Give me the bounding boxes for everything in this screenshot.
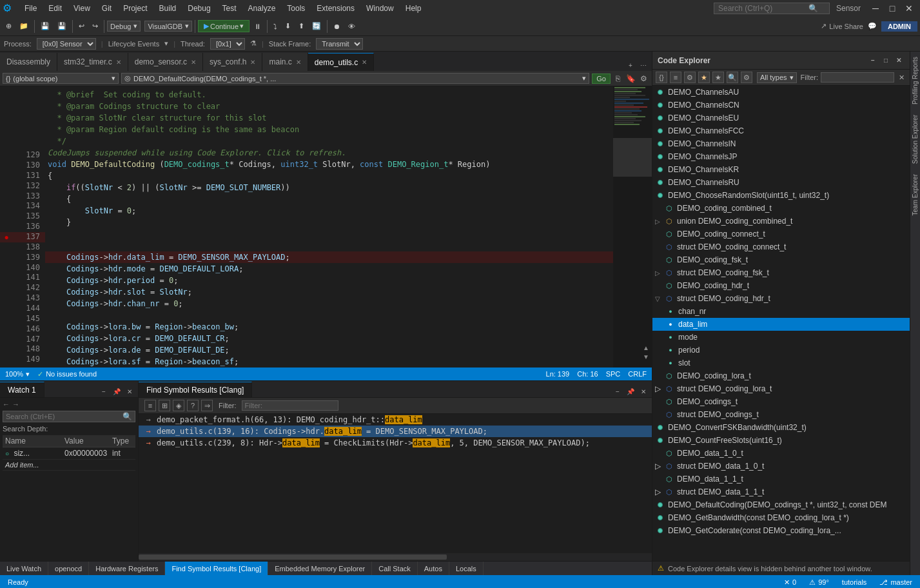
bookmark-button[interactable]: 🔖 [625,73,636,84]
nav-icon-2[interactable]: ⊞ [159,400,170,411]
restart-btn[interactable]: 🔄 [309,20,324,32]
redo-btn[interactable]: ↪ [89,20,101,32]
stack-frame-select[interactable]: Transmit [316,38,363,50]
tab-sys-conf-close[interactable]: ✕ [250,59,255,66]
find-result-2[interactable]: → demo_utils.c(239, 8): Hdr->data_lim = … [139,437,652,449]
feedback-btn[interactable]: 💬 [865,20,880,32]
tab-sys-conf[interactable]: sys_conf.h ✕ [203,53,262,71]
col-type[interactable]: Type [110,435,135,447]
ce-item-15[interactable]: ⬡ DEMO_coding_hdr_t [652,279,910,292]
ce-item-20[interactable]: ● period [652,344,910,357]
watch-back-btn[interactable]: ← [3,400,10,408]
ce-item-23[interactable]: ▷ ⬡ struct DEMO_coding_lora_t [652,382,910,395]
tutorials-btn[interactable]: tutorials [839,578,870,586]
bottom-tab-locals[interactable]: Locals [449,562,484,576]
close-button[interactable]: ✕ [901,0,917,17]
ce-filter-input-container[interactable] [821,72,894,83]
menu-file[interactable]: File [19,3,42,14]
find-results-minimize[interactable]: − [612,386,623,397]
ce-type-filter[interactable]: All types ▾ [757,72,797,83]
zoom-level[interactable]: 100% ▾ [5,370,30,378]
maximize-button[interactable]: □ [884,0,901,17]
ce-close[interactable]: ✕ [893,55,905,66]
ce-item-6[interactable]: DEMO_ChannelsKR [652,163,910,176]
ce-item-13[interactable]: ⬡ DEMO_coding_fsk_t [652,253,910,266]
tab-demo-utils-close[interactable]: ✕ [362,59,367,66]
menu-extensions[interactable]: Extensions [311,3,360,14]
watch-btn[interactable]: 👁 [345,21,358,32]
ce-item-32[interactable]: DEMO_DefaultCoding(DEMO_codings_t *, uin… [652,498,910,511]
find-results-scrollbar[interactable] [139,553,652,561]
continue-button[interactable]: ▶ Continue ▾ [198,20,250,32]
menu-debug[interactable]: Debug [182,3,215,14]
tab-main[interactable]: main.c ✕ [262,53,308,71]
watch-tab[interactable]: Watch 1 [0,382,44,397]
menu-search-input[interactable] [718,4,808,13]
breakpoints-btn[interactable]: ⏺ [330,21,344,32]
tab-main-close[interactable]: ✕ [296,59,301,66]
ce-item-2[interactable]: DEMO_ChannelsEU [652,112,910,124]
undo-btn[interactable]: ↩ [75,20,88,32]
ce-item-29[interactable]: ▷ ⬡ struct DEMO_data_1_0_t [652,460,910,473]
ce-icon-3[interactable]: ⚙ [684,72,696,83]
menu-analyze[interactable]: Analyze [243,3,281,14]
menu-project[interactable]: Project [118,3,152,14]
copy-button[interactable]: ⎘ [612,73,623,84]
ce-icon-1[interactable]: {} [656,72,667,83]
ce-item-18[interactable]: ● data_lim [652,318,910,331]
ce-item-31[interactable]: ▷ ⬡ struct DEMO_data_1_1_t [652,485,910,498]
live-share[interactable]: ↗ Live Share [821,22,863,30]
solution-explorer-label[interactable]: Solution Explorer [910,110,920,169]
filter-input-container[interactable] [242,400,338,411]
ce-item-10[interactable]: ▷ ⬡ union DEMO_coding_combined_t [652,215,910,228]
tab-stm32-timer[interactable]: stm32_timer.c ✕ [57,53,128,71]
ce-item-21[interactable]: ● slot [652,357,910,369]
col-value[interactable]: Value [62,435,110,447]
menu-edit[interactable]: Edit [43,3,67,14]
ce-item-12[interactable]: ⬡ struct DEMO_coding_connect_t [652,240,910,253]
watch-row-0[interactable]: ○ siz... 0x00000003 int [3,447,135,460]
watch-add-row[interactable]: Add item... [3,460,135,471]
process-select[interactable]: [0x0] Sensor [37,38,96,50]
scrollbar-thumb[interactable] [139,554,447,560]
bottom-tab-live-watch[interactable]: Live Watch [0,562,48,576]
bottom-tab-autos[interactable]: Autos [418,562,449,576]
thread-select[interactable]: [0x1] [210,38,245,50]
admin-button[interactable]: ADMIN [881,21,917,32]
menu-test[interactable]: Test [217,3,242,14]
minimize-button[interactable]: ─ [867,0,884,17]
watch-tool-1[interactable]: − [98,386,110,397]
filter-input[interactable] [245,402,335,409]
save-all-btn[interactable]: 💾 [54,20,70,32]
ce-icon-5[interactable]: ★ [712,72,724,83]
ce-filter-input[interactable] [824,74,891,81]
git-branch[interactable]: ⎇ master [877,578,915,587]
find-result-0[interactable]: → demo_packet_format.h(66, 13): DEMO_cod… [139,414,652,426]
ce-item-4[interactable]: DEMO_ChannelsIN [652,137,910,150]
nav-icon-4[interactable]: ? [187,400,199,411]
col-name[interactable]: Name [3,435,62,447]
step-over-btn[interactable]: ⤵ [270,21,280,32]
scope-selector[interactable]: {} (global scope) ▾ [3,73,119,84]
minimap-scroll-down[interactable]: ▼ [641,352,651,361]
watch-forward-btn[interactable]: → [12,400,19,408]
menu-tools[interactable]: Tools [282,3,310,14]
minimap-viewport[interactable] [613,138,652,177]
ce-item-3[interactable]: DEMO_ChannelsFCC [652,124,910,137]
ce-item-17[interactable]: ● chan_nr [652,305,910,318]
tab-demo-sensor-close[interactable]: ✕ [191,59,196,66]
ce-item-27[interactable]: DEMO_CountFreeSlots(uint16_t) [652,434,910,447]
tab-demo-utils[interactable]: demo_utils.c ✕ [308,53,374,71]
ce-item-5[interactable]: DEMO_ChannelsJP [652,150,910,163]
nav-icon-3[interactable]: ◈ [173,400,184,411]
code-editor[interactable]: 129 130 131 132 133 134 135 136 ● 137 13… [0,86,652,368]
new-btn[interactable]: ⊕ [3,20,15,32]
ce-item-26[interactable]: DEMO_ConvertFSKBandwidth(uint32_t) [652,421,910,434]
pause-btn[interactable]: ⏸ [251,21,264,32]
bottom-tab-call-stack[interactable]: Call Stack [372,562,418,576]
ce-item-14[interactable]: ▷ ⬡ struct DEMO_coding_fsk_t [652,266,910,279]
find-results-tab[interactable]: Find Symbol Results [Clang] [139,382,252,397]
menu-view[interactable]: View [68,3,95,14]
watch-close-btn[interactable]: ✕ [124,386,135,397]
nav-icon-5[interactable]: ⇒ [201,400,213,411]
